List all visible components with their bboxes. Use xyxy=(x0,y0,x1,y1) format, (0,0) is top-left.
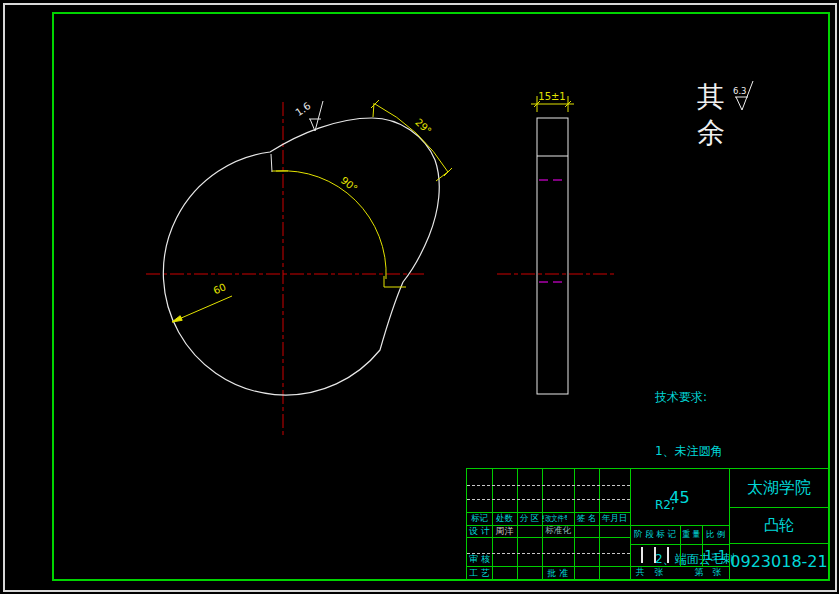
header-zone: 分 区 xyxy=(517,512,542,525)
material-value: 45 xyxy=(630,469,729,525)
cam-profile xyxy=(163,118,439,395)
header-count: 处数 xyxy=(492,512,517,525)
general-roughness-note: 其 余 6.3 xyxy=(697,80,753,149)
tech-req-title: 技术要求: xyxy=(655,388,735,406)
cad-drawing-sheet: 90° 29° 60 15±1 1.6 其 余 6.3 技术要求: 1、未注圆角… xyxy=(0,0,839,594)
stage-mark-tick xyxy=(667,547,669,563)
sheet-total-label: 共 xyxy=(634,566,646,579)
process-label: 工 艺 xyxy=(467,566,492,580)
scale-value: 1:1 xyxy=(702,544,729,566)
revision-row-line xyxy=(467,485,630,486)
header-docno: 更改文件号 xyxy=(542,512,567,525)
nose-arc-dim-slashes xyxy=(371,100,452,176)
sheet-no-unit: 张 xyxy=(711,566,723,579)
sheet-no-label: 第 xyxy=(693,566,705,579)
radius-text: 60 xyxy=(212,281,228,296)
stage-mark-tick xyxy=(654,547,656,563)
weight-label: 重 量 xyxy=(681,525,701,544)
sweep-angle-dim-arc xyxy=(276,171,386,279)
part-name: 凸轮 xyxy=(729,507,829,543)
general-roughness-value: 6.3 xyxy=(733,86,747,96)
tech-req-line: 1、未注圆角 xyxy=(655,442,735,460)
design-label: 设 计 xyxy=(467,525,492,537)
stage-mark-label: 阶 段 标 记 xyxy=(630,525,680,544)
nose-arc-dim-line xyxy=(375,104,448,172)
revision-row-line xyxy=(467,499,630,500)
approve-label: 批 准 xyxy=(542,566,574,580)
company-name: 太湖学院 xyxy=(729,469,829,507)
grid-line xyxy=(467,537,630,538)
sideview-outline xyxy=(537,118,568,394)
roughness-value-text: 1.6 xyxy=(293,100,312,118)
review-label: 审 核 xyxy=(467,553,492,566)
standardization-label: 标准化 xyxy=(542,525,574,537)
surface-finish-mark: 1.6 xyxy=(293,100,323,131)
thickness-text: 15±1 xyxy=(538,91,565,102)
dimensions xyxy=(172,96,574,322)
roughness-symbol-icon xyxy=(309,101,323,131)
cam-step-reference-line xyxy=(271,154,272,172)
centerlines xyxy=(146,102,614,437)
stage-mark-tick xyxy=(641,547,643,563)
header-date: 年月日 xyxy=(599,512,630,525)
drawing-number: 0923018-21 xyxy=(729,543,829,580)
designer-name: 周洋 xyxy=(492,525,517,537)
title-block: 标记 处数 分 区 更改文件号 签 名 年月日 设 计 周洋 标准化 审 核 工… xyxy=(466,468,830,581)
radius-arrowhead xyxy=(172,316,182,322)
sheet-total-unit: 张 xyxy=(653,566,665,579)
scale-label: 比 例 xyxy=(702,525,729,544)
sweep-angle-text: 90° xyxy=(339,174,360,194)
qiyu-char-top: 其 xyxy=(697,80,725,113)
dimension-texts: 90° 29° 60 15±1 xyxy=(212,91,566,296)
header-signature: 签 名 xyxy=(574,512,599,525)
sideview-hidden-lines xyxy=(539,180,567,282)
qiyu-char-bottom: 余 xyxy=(697,116,725,149)
side-view xyxy=(537,118,568,394)
header-mark: 标记 xyxy=(467,512,492,525)
